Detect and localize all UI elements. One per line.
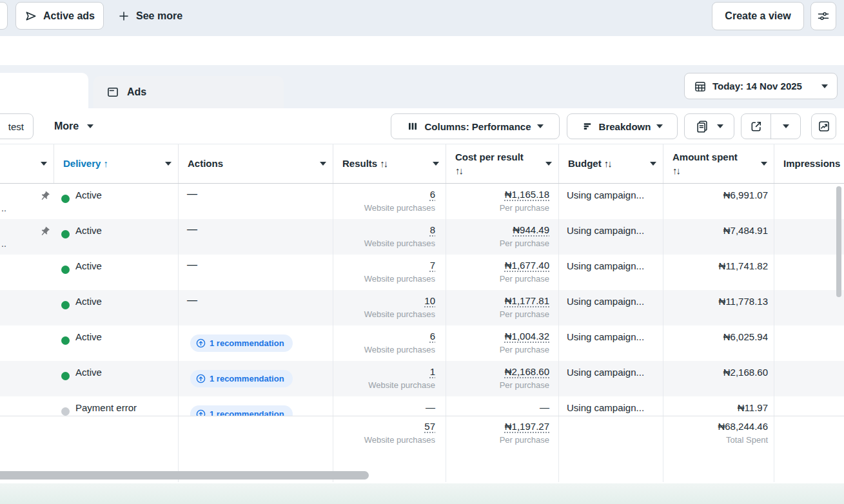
charts-button[interactable] — [811, 113, 836, 139]
empty-value: — — [187, 188, 197, 200]
table-row[interactable]: Payment error 1 recommendation — — Using… — [0, 396, 844, 416]
cost-value[interactable]: ₦2,168.60 — [505, 366, 549, 377]
create-view-button[interactable]: Create a view — [712, 2, 804, 30]
delivery-cell: Payment error — [0, 396, 178, 416]
chevron-down-icon[interactable] — [41, 162, 47, 166]
amount-spent-cell: ₦11,741.82 — [663, 255, 774, 290]
chevron-down-icon[interactable] — [545, 162, 552, 166]
export-options-button[interactable] — [771, 114, 800, 139]
results-type: Website purchase — [333, 380, 435, 390]
filter-chip-partial[interactable] — [0, 2, 8, 30]
table-header: Delivery ↑ Actions Results ↑↓ Cost per r… — [0, 144, 844, 184]
breakdown-label: Breakdown — [599, 121, 651, 132]
results-value[interactable]: 1 — [430, 366, 435, 377]
empty-value: — — [187, 224, 197, 235]
sort-both-icon: ↑↓ — [455, 165, 462, 176]
budget-cell: Using campaign... — [558, 396, 663, 416]
chevron-down-icon[interactable] — [165, 162, 172, 166]
table-row[interactable]: .. Active — 6Website purchases ₦1,165.18… — [0, 184, 844, 219]
tab-adsets-partial[interactable] — [0, 73, 88, 108]
status-label: Active — [75, 189, 102, 200]
pin-icon[interactable] — [39, 191, 50, 202]
export-split-button — [741, 113, 801, 139]
cost-cell: ₦944.49Per purchase — [446, 219, 558, 255]
totals-cost-value[interactable]: ₦1,197.27 — [505, 421, 549, 432]
actions-cell: 1 recommendation — [178, 325, 333, 361]
header-budget[interactable]: Budget ↑↓ — [558, 144, 663, 183]
delivery-cell: Active — [0, 290, 178, 325]
cost-type: Per purchase — [446, 238, 549, 248]
status-label: Active — [75, 260, 102, 271]
vertical-scrollbar-thumb[interactable] — [836, 186, 841, 297]
filter-bar: Active ads See more Create a view — [0, 0, 844, 36]
table-row[interactable]: Active — 10Website purchases ₦1,177.81Pe… — [0, 290, 844, 325]
actions-cell: — — [178, 290, 333, 325]
results-type: Website purchases — [333, 345, 435, 354]
recommendation-badge[interactable]: 1 recommendation — [190, 334, 293, 352]
recommendation-badge[interactable]: 1 recommendation — [190, 370, 293, 387]
header-actions[interactable]: Actions — [178, 144, 333, 183]
table-row[interactable]: Active 1 recommendation 1Website purchas… — [0, 361, 844, 396]
actions-cell: — — [178, 255, 333, 290]
budget-cell: Using campaign... — [558, 290, 663, 325]
results-value: — — [426, 402, 435, 412]
columns-button[interactable]: Columns: Performance — [391, 113, 560, 139]
status-dot-active — [61, 195, 70, 203]
more-label: More — [54, 121, 79, 132]
results-value[interactable]: 10 — [424, 295, 435, 306]
export-button[interactable] — [741, 114, 770, 139]
budget-cell: Using campaign... — [558, 361, 663, 396]
totals-results-value[interactable]: 57 — [424, 421, 435, 432]
sliders-icon — [817, 10, 830, 23]
see-more-button[interactable]: See more — [118, 2, 182, 30]
pin-icon[interactable] — [39, 226, 50, 237]
reports-button[interactable] — [684, 113, 734, 139]
chevron-down-icon[interactable] — [320, 162, 326, 166]
chevron-down-icon[interactable] — [650, 162, 656, 166]
header-results[interactable]: Results ↑↓ — [333, 144, 446, 183]
results-value[interactable]: 6 — [430, 331, 435, 342]
table-row[interactable]: .. Active — 8Website purchases ₦944.49Pe… — [0, 219, 844, 255]
cost-value[interactable]: ₦1,677.40 — [505, 260, 549, 271]
recommendation-badge[interactable]: 1 recommendation — [190, 405, 293, 416]
send-icon — [25, 10, 37, 23]
results-type: Website purchases — [333, 238, 435, 248]
delivery-cell: Active — [0, 219, 178, 255]
arrow-up-circle-icon — [196, 338, 206, 348]
results-value[interactable]: 6 — [430, 189, 435, 200]
table-row[interactable]: Active — 7Website purchases ₦1,677.40Per… — [0, 255, 844, 290]
status-dot-active — [61, 372, 70, 380]
chevron-down-icon[interactable] — [761, 162, 767, 166]
header-name-column[interactable] — [0, 144, 54, 183]
table-toolbar: test More Columns: Performance Breakdown — [0, 108, 844, 144]
tab-strip: Ads Today: 14 Nov 2025 — [0, 65, 844, 108]
tab-ads[interactable]: Ads — [93, 76, 284, 108]
breakdown-button[interactable]: Breakdown — [567, 113, 678, 139]
cost-value[interactable]: ₦1,177.81 — [505, 295, 549, 306]
active-ads-filter-button[interactable]: Active ads — [15, 2, 104, 30]
filter-settings-button[interactable] — [810, 2, 836, 30]
cost-type: Per purchase — [446, 274, 549, 284]
chevron-down-icon[interactable] — [433, 162, 439, 166]
plus-icon — [118, 10, 130, 22]
cost-value[interactable]: ₦1,004.32 — [505, 331, 549, 342]
sort-both-icon: ↑↓ — [604, 158, 611, 169]
header-cost-per-result[interactable]: Cost per result↑↓ — [446, 144, 558, 183]
header-delivery[interactable]: Delivery ↑ — [54, 144, 178, 183]
status-label: Active — [75, 225, 102, 236]
more-button[interactable]: More — [54, 113, 93, 139]
table-row[interactable]: Active 1 recommendation 6Website purchas… — [0, 325, 844, 361]
reports-icon — [695, 119, 709, 133]
header-impressions[interactable]: Impressions — [774, 144, 844, 183]
test-filter-button[interactable]: test — [0, 113, 34, 139]
results-value[interactable]: 7 — [430, 260, 435, 271]
ads-manager-screen: Active ads See more Create a view Ads — [0, 0, 844, 504]
cost-value[interactable]: ₦1,165.18 — [505, 189, 549, 200]
amount-spent-cell: ₦7,484.91 — [663, 219, 774, 255]
horizontal-scrollbar-thumb[interactable] — [0, 471, 369, 480]
date-range-button[interactable]: Today: 14 Nov 2025 — [684, 73, 838, 99]
cost-value[interactable]: ₦944.49 — [513, 224, 549, 235]
results-value[interactable]: 8 — [430, 224, 435, 235]
header-amount-spent[interactable]: Amount spent↑↓ — [663, 144, 774, 183]
status-dot-active — [61, 230, 70, 238]
